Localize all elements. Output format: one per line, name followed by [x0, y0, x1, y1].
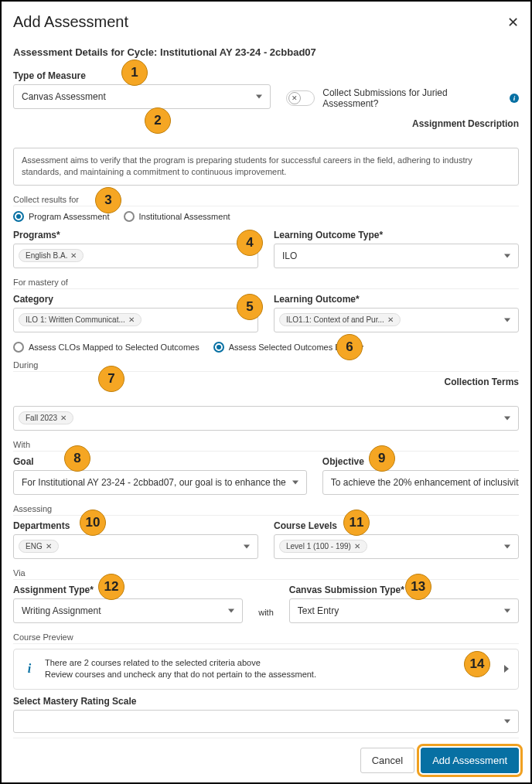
mastery-scale-select[interactable] — [13, 710, 519, 733]
collect-results-for-label: Collect results for — [13, 195, 519, 206]
course-preview-label: Course Preview — [13, 632, 519, 644]
canvas-submission-type-select[interactable]: Text Entry — [289, 598, 519, 623]
modal-footer: Cancel Add Assessment — [13, 738, 519, 782]
callout-5: 5 — [237, 294, 263, 320]
chip-remove-icon[interactable]: ✕ — [128, 315, 135, 324]
assignment-type-value: Writing Assignment — [22, 605, 101, 616]
course-preview-panel[interactable]: i There are 2 courses related to the sel… — [13, 649, 519, 690]
type-of-measure-value: Canvas Assessment — [22, 91, 106, 102]
chip-text: ILO 1: Written Communicat... — [26, 315, 125, 324]
callout-8: 8 — [64, 445, 90, 472]
add-assessment-button[interactable]: Add Assessment — [421, 748, 519, 773]
programs-label: Programs* — [13, 230, 258, 240]
collection-terms-label: Collection Terms — [445, 377, 519, 387]
radio-unchecked-icon — [124, 211, 135, 222]
chip-remove-icon[interactable]: ✕ — [70, 251, 77, 260]
callout-7: 7 — [98, 366, 124, 392]
with-label: With — [13, 440, 519, 452]
collection-terms-select[interactable]: Fall 2023 ✕ — [13, 406, 519, 431]
assignment-type-label: Assignment Type* — [13, 585, 243, 595]
departments-select[interactable]: ENG ✕ — [13, 534, 258, 559]
assignment-type-select[interactable]: Writing Assignment — [13, 598, 243, 623]
callout-14: 14 — [464, 651, 490, 677]
modal-title: Add Assessment — [13, 13, 128, 31]
mastery-scale-label: Select Mastery Rating Scale — [13, 696, 519, 707]
course-levels-label: Course Levels — [274, 520, 519, 531]
callout-3: 3 — [95, 187, 121, 213]
callout-11: 11 — [343, 510, 370, 536]
modal-header: Add Assessment ✕ — [13, 13, 519, 40]
course-preview-line1: There are 2 courses related to the selec… — [45, 657, 316, 669]
assignment-description-value: Assessment aims to verify that the progr… — [22, 155, 472, 176]
callout-1: 1 — [121, 60, 148, 86]
radio-mapped-label: Assess CLOs Mapped to Selected Outcomes — [29, 343, 200, 352]
chip-remove-icon[interactable]: ✕ — [60, 414, 66, 422]
radio-checked-icon — [13, 211, 24, 222]
learning-outcome-type-label: Learning Outcome Type* — [274, 230, 519, 240]
course-levels-select[interactable]: Level 1 (100 - 199) ✕ — [274, 534, 519, 559]
assignment-description-input[interactable]: Assessment aims to verify that the progr… — [13, 148, 519, 186]
objective-select[interactable]: To achieve the 20% enhancement of inclus… — [322, 470, 519, 495]
info-icon[interactable]: i — [510, 94, 519, 103]
radio-checked-icon — [213, 342, 224, 353]
radio-program-label: Program Assessment — [29, 212, 110, 221]
departments-chip: ENG ✕ — [19, 540, 59, 553]
for-mastery-of-label: For mastery of — [13, 278, 519, 289]
radio-assess-mapped[interactable]: Assess CLOs Mapped to Selected Outcomes — [13, 342, 200, 353]
category-chip: ILO 1: Written Communicat... ✕ — [19, 313, 142, 326]
modal-body: Assessment Details for Cycle: Institutio… — [13, 40, 519, 738]
canvas-submission-type-label: Canvas Submission Type* — [289, 585, 519, 595]
callout-6: 6 — [336, 334, 363, 360]
goal-value: For Institutional AY 23-24 - 2cbbad07, o… — [22, 477, 286, 488]
close-button[interactable]: ✕ — [507, 14, 519, 31]
chip-text: ENG — [26, 542, 43, 551]
category-label: Category — [13, 294, 258, 305]
collection-terms-chip: Fall 2023 ✕ — [19, 411, 73, 424]
callout-4: 4 — [237, 230, 263, 256]
chip-text: Fall 2023 — [26, 414, 57, 422]
goal-label: Goal — [13, 456, 307, 467]
learning-outcome-type-value: ILO — [282, 251, 297, 261]
objective-value: To achieve the 20% enhancement of inclus… — [331, 477, 519, 488]
chevron-right-icon — [504, 665, 509, 673]
cycle-heading: Assessment Details for Cycle: Institutio… — [13, 46, 519, 58]
info-icon: i — [23, 662, 36, 676]
course-preview-line2: Review courses and uncheck any that do n… — [45, 669, 316, 680]
goal-select[interactable]: For Institutional AY 23-24 - 2cbbad07, o… — [13, 470, 307, 495]
cancel-button[interactable]: Cancel — [360, 748, 414, 773]
callout-10: 10 — [80, 510, 106, 536]
learning-outcome-chip: ILO1.1: Context of and Pur... ✕ — [279, 313, 401, 326]
learning-outcome-select[interactable]: ILO1.1: Context of and Pur... ✕ — [274, 308, 519, 332]
juried-toggle[interactable]: ✕ — [286, 90, 315, 106]
toggle-knob: ✕ — [288, 92, 301, 104]
via-label: Via — [13, 568, 519, 580]
course-levels-chip: Level 1 (100 - 199) ✕ — [279, 540, 367, 553]
with-text: with — [258, 608, 274, 623]
chip-remove-icon[interactable]: ✕ — [46, 542, 52, 551]
radio-institutional-label: Institutional Assessment — [139, 212, 230, 221]
chip-text: Level 1 (100 - 199) — [286, 542, 351, 551]
programs-chip: English B.A. ✕ — [19, 249, 84, 262]
learning-outcome-label: Learning Outcome* — [274, 294, 519, 305]
radio-unchecked-icon — [13, 342, 24, 353]
assignment-description-label: Assignment Description — [412, 118, 519, 129]
departments-label: Departments — [13, 520, 258, 531]
chip-text: ILO1.1: Context of and Pur... — [286, 315, 384, 324]
callout-13: 13 — [405, 574, 431, 600]
juried-label: Collect Submissions for Juried Assessmen… — [322, 87, 502, 109]
programs-select[interactable]: English B.A. ✕ — [13, 244, 258, 268]
objective-label: Objective — [322, 456, 519, 467]
chip-remove-icon[interactable]: ✕ — [387, 315, 394, 324]
radio-program-assessment[interactable]: Program Assessment — [13, 211, 110, 222]
callout-12: 12 — [98, 574, 124, 600]
callout-9: 9 — [369, 445, 395, 472]
callout-2: 2 — [145, 107, 171, 134]
learning-outcome-type-select[interactable]: ILO — [274, 244, 519, 268]
during-label: During — [13, 360, 519, 372]
course-preview-text: There are 2 courses related to the selec… — [45, 657, 316, 681]
type-of-measure-select[interactable]: Canvas Assessment — [13, 84, 271, 109]
category-select[interactable]: ILO 1: Written Communicat... ✕ — [13, 308, 258, 332]
radio-institutional-assessment[interactable]: Institutional Assessment — [124, 211, 230, 222]
chip-text: English B.A. — [26, 251, 67, 260]
chip-remove-icon[interactable]: ✕ — [354, 542, 360, 551]
